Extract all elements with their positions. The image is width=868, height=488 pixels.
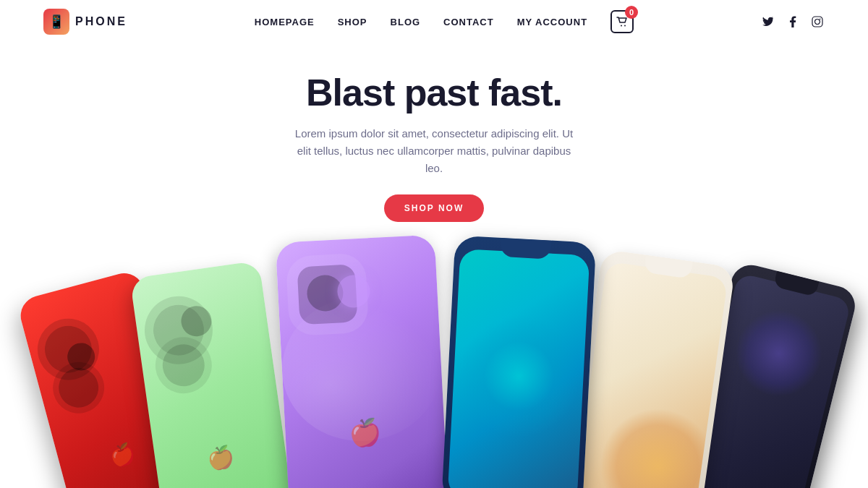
nav-contact[interactable]: CONTACT <box>443 17 494 27</box>
nav-account[interactable]: MY ACCOUNT <box>517 17 587 27</box>
hero-subtitle: Lorem ipsum dolor sit amet, consectetur … <box>289 125 579 177</box>
nav-blog[interactable]: BLOG <box>391 17 421 27</box>
logo-icon: 📱 <box>43 9 69 35</box>
phone-screen-5 <box>574 261 728 488</box>
phone-notch-4 <box>500 238 551 260</box>
hero-section: Blast past fast. Lorem ipsum dolor sit a… <box>0 43 868 222</box>
phone-blue <box>441 236 596 488</box>
phones-showcase: 🍎 🍎 🍎 <box>36 228 832 488</box>
cart-icon: 0 <box>610 10 634 33</box>
main-nav: HOMEPAGE SHOP BLOG CONTACT MY ACCOUNT 0 <box>255 10 634 33</box>
nav-shop[interactable]: SHOP <box>338 17 367 27</box>
phone-screen-4 <box>448 249 590 488</box>
nav-homepage[interactable]: HOMEPAGE <box>255 17 315 27</box>
svg-point-4 <box>820 18 821 20</box>
header: 📱 PHONE HOMEPAGE SHOP BLOG CONTACT MY AC… <box>0 0 868 43</box>
logo-text: PHONE <box>75 15 127 28</box>
hero-title: Blast past fast. <box>306 72 562 114</box>
social-links <box>761 14 825 29</box>
instagram-icon[interactable] <box>810 14 825 29</box>
apple-logo: 🍎 <box>108 440 138 470</box>
phone-purple: 🍎 <box>276 234 448 488</box>
shop-now-button[interactable]: SHOP NOW <box>384 194 484 222</box>
camera-lens <box>54 364 103 412</box>
svg-point-1 <box>624 25 626 27</box>
apple-logo-3: 🍎 <box>348 417 382 449</box>
camera-lens-3 <box>160 341 208 389</box>
facebook-icon[interactable] <box>786 14 800 29</box>
apple-logo-2: 🍎 <box>205 443 236 472</box>
camera-lens-2 <box>179 304 213 338</box>
logo[interactable]: 📱 PHONE <box>43 9 127 35</box>
twitter-icon[interactable] <box>761 14 775 29</box>
phone-green: 🍎 <box>129 260 293 488</box>
svg-point-0 <box>621 25 622 27</box>
cart-count: 0 <box>625 6 638 19</box>
svg-rect-2 <box>812 17 822 27</box>
cart-button[interactable]: 0 <box>610 10 634 33</box>
svg-point-3 <box>815 20 820 25</box>
